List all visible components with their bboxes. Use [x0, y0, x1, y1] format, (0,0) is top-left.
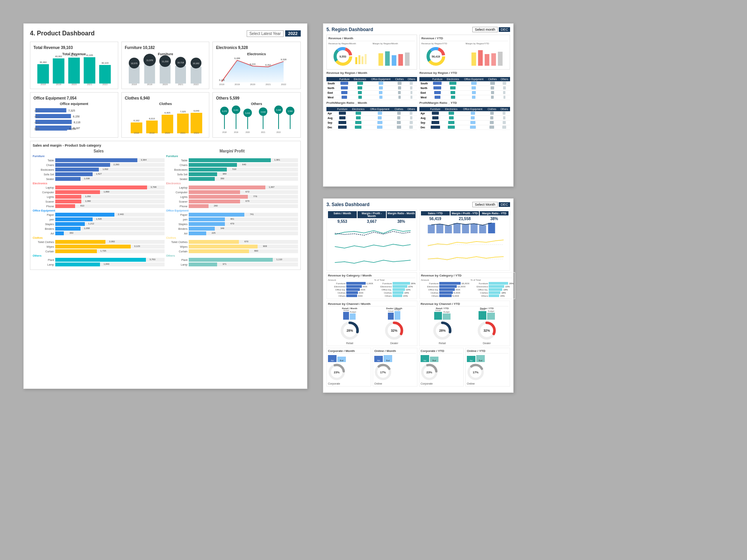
region-dashboard-header: 5. Region Dashboard Select month DEC: [326, 27, 510, 32]
channel-section: Revenue by Channel / Month Retail / Mont…: [326, 301, 510, 346]
retail-ytd: Retail / YTD Actual Budget: [421, 307, 464, 345]
svg-rect-17: [129, 66, 140, 84]
svg-rect-115: [385, 51, 389, 66]
svg-text:2018: 2018: [223, 131, 227, 133]
svg-rect-124: [471, 52, 476, 66]
svg-rect-118: [405, 52, 409, 66]
svg-rect-112: [361, 56, 363, 64]
svg-text:6,278: 6,278: [222, 110, 227, 112]
svg-text:7,325: 7,325: [68, 109, 75, 112]
svg-rect-69: [177, 114, 189, 133]
svg-text:Others: Others: [251, 102, 262, 106]
svg-text:2020: 2020: [34, 121, 40, 124]
subcategory-section: Sales and margin - Product Sub category …: [30, 141, 301, 270]
svg-text:2022: 2022: [281, 83, 287, 86]
svg-text:8,116: 8,116: [74, 121, 81, 124]
svg-text:10,182: 10,182: [193, 62, 199, 65]
channel-ytd-box: Revenue by Channel / YTD Retail / YTD Ac…: [419, 301, 510, 346]
svg-text:2021: 2021: [180, 132, 186, 134]
kpi-row-1: Total Revenue 39,103 Total Revenue 30,46…: [30, 42, 301, 89]
svg-rect-133: [462, 224, 469, 233]
region-dashboard: 5. Region Dashboard Select month DEC Rev…: [323, 23, 514, 187]
svg-text:2019: 2019: [34, 116, 40, 118]
svg-text:32%: 32%: [391, 329, 398, 332]
svg-rect-54: [35, 126, 67, 131]
subcategory-title: Sales and margin - Product Sub category: [33, 144, 298, 147]
svg-rect-132: [454, 223, 461, 233]
svg-text:23%: 23%: [334, 371, 340, 374]
kpi-others: Others 5,599 Others 6,278 6,161 5,026 4,…: [212, 92, 301, 138]
svg-text:5,026: 5,026: [245, 112, 251, 114]
sales-kpi-section: Sales / Month Margin / Profit - Month Ma…: [326, 210, 510, 271]
svg-rect-127: [491, 53, 496, 66]
sales-column: Sales Furniture Table3,364 Chairs2,260 B…: [33, 149, 165, 267]
channel-month-box: Revenue by Channel / Month Retail / Mont…: [326, 301, 417, 346]
svg-text:2018: 2018: [34, 110, 40, 112]
svg-text:9,553: 9,553: [339, 55, 346, 58]
profit-margin-ytd: Profit/Margin Ratio _ YTD FurnitureElect…: [419, 101, 510, 130]
svg-text:2021: 2021: [178, 83, 183, 86]
kpi-ytd-values: 56,419 21,558 38%: [421, 217, 509, 221]
online-month-box: Online / Month Act Bud 17% Online: [373, 348, 417, 387]
kpi-row-2: Office Equipment 7,054 Office equipment …: [30, 92, 301, 138]
svg-text:2022: 2022: [194, 132, 199, 134]
svg-text:5,599: 5,599: [288, 110, 293, 112]
svg-text:7,025: 7,025: [180, 110, 186, 113]
svg-rect-4: [84, 57, 95, 84]
svg-rect-18: [144, 63, 155, 84]
svg-rect-2: [53, 58, 65, 84]
dealer-ytd: Dealer / YTD Actual Budget: [465, 307, 509, 345]
subcategory-grid: Sales Furniture Table3,364 Chairs2,260 B…: [33, 149, 298, 267]
year-selector[interactable]: Select Latest Year 2022: [247, 30, 301, 37]
kpi-month-values: 9,553 3,667 38%: [328, 219, 416, 224]
dealer-month: Dealer / Month Actual Budget: [373, 307, 416, 345]
svg-text:2021: 2021: [261, 131, 265, 133]
corporate-online-section: Corporate / Month Act Bud 23% Corporate …: [326, 348, 510, 387]
corporate-ytd-box: Corporate / YTD Act Bud 23% Corporate: [419, 348, 464, 387]
svg-rect-70: [191, 113, 202, 133]
svg-text:2018: 2018: [219, 83, 225, 86]
svg-text:3,128: 3,128: [219, 79, 225, 81]
sales-dashboard-header: 3. Sales Dashboard Select Month DEC: [326, 202, 510, 207]
svg-text:2019: 2019: [234, 131, 238, 133]
svg-rect-110: [355, 57, 357, 64]
profit-margin-row: Profit/Margin Ratio _ Month FurnitureEle…: [326, 101, 510, 130]
revenue-category-section: Revenue by Category / Month Amount Furni…: [326, 272, 510, 299]
region-dashboard-title: 5. Region Dashboard: [326, 27, 373, 32]
region-month-selector[interactable]: Select month DEC: [472, 27, 510, 32]
svg-text:2021: 2021: [266, 83, 271, 86]
sales-month-selector[interactable]: Select Month DEC: [472, 202, 510, 207]
corporate-month-box: Corporate / Month Act Bud 23% Corporate: [326, 348, 371, 387]
svg-text:Office equipment: Office equipment: [60, 102, 88, 106]
svg-text:2019: 2019: [147, 83, 153, 86]
svg-text:2018: 2018: [134, 132, 139, 134]
svg-text:9,224: 9,224: [250, 63, 256, 65]
svg-text:9,207: 9,207: [265, 64, 272, 66]
svg-text:2020: 2020: [165, 132, 170, 134]
sales-dashboard: 3. Sales Dashboard Select Month DEC Sale…: [323, 198, 514, 393]
svg-text:10,718: 10,718: [177, 61, 184, 64]
svg-text:2020: 2020: [162, 83, 168, 86]
online-ytd-box: Online / YTD Act Bud 17% Online: [465, 348, 510, 387]
svg-rect-1: [37, 64, 49, 84]
svg-text:17%: 17%: [473, 371, 479, 374]
kpi-ytd-box: Sales / YTD Margin / Profit - YTD Margin…: [419, 210, 510, 271]
svg-rect-125: [478, 50, 482, 66]
revenue-month-box: Revenue / Month Revenue by Region/Month …: [326, 35, 417, 70]
svg-rect-52: [35, 120, 72, 124]
svg-text:9,328: 9,328: [281, 58, 287, 61]
svg-rect-130: [437, 224, 444, 233]
kpi-office-equipment: Office Equipment 7,054 Office equipment …: [30, 92, 118, 138]
svg-text:2019: 2019: [149, 132, 155, 134]
sales-dashboard-title: 3. Sales Dashboard: [326, 202, 370, 207]
svg-rect-136: [488, 223, 495, 233]
svg-text:32%: 32%: [484, 329, 490, 332]
margin-column: Margin/ Profit Furniture Table1,081 Chai…: [166, 149, 298, 267]
kpi-month-labels: Sales / Month Margin / Profit - Month Ma…: [328, 211, 416, 218]
svg-text:2022: 2022: [102, 83, 108, 86]
revenue-ytd-box: Revenue / YTD Revenue by Region/YTD 56,4…: [419, 35, 510, 70]
svg-rect-3: [68, 58, 80, 84]
svg-text:10,575: 10,575: [131, 62, 137, 65]
svg-text:2022: 2022: [193, 83, 199, 86]
revenue-top-row: Revenue / Month Revenue by Region/Month …: [326, 35, 510, 70]
